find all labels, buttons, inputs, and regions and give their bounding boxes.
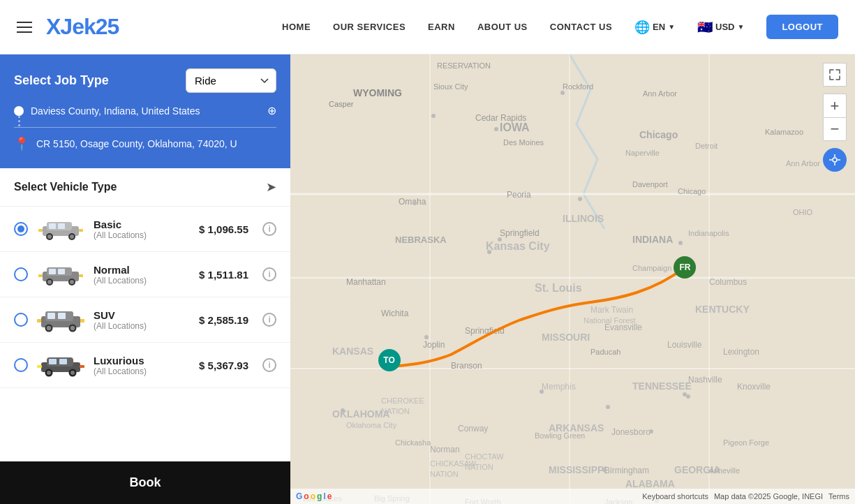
svg-point-124 (498, 237, 502, 242)
vehicle-sub-basic: (All Locations) (94, 230, 191, 240)
svg-text:RESERVATION: RESERVATION (437, 61, 491, 70)
svg-point-27 (70, 326, 75, 330)
svg-text:National Forest: National Forest (583, 316, 636, 325)
vehicle-item-basic[interactable]: Basic (All Locations) $ 1,096.55 i (0, 207, 290, 252)
svg-point-122 (578, 197, 582, 201)
svg-text:Davenport: Davenport (632, 180, 668, 188)
map-container: WYOMING Casper IOWA Cedar Rapids Des Moi… (290, 54, 855, 504)
svg-text:KENTUCKY: KENTUCKY (695, 304, 750, 315)
currency-selector[interactable]: 🇦🇺 USD ▼ (697, 20, 744, 35)
svg-text:NATION: NATION (465, 463, 493, 471)
vehicle-radio-normal[interactable] (14, 267, 28, 281)
map-controls: + − (823, 63, 847, 172)
job-type-select[interactable]: Ride Delivery Package (186, 68, 276, 93)
vehicle-price-normal: $ 1,511.81 (199, 269, 248, 281)
svg-rect-8 (38, 229, 43, 232)
svg-rect-13 (58, 269, 65, 274)
vehicle-radio-luxurious[interactable] (14, 358, 28, 372)
svg-text:Rockford: Rockford (563, 82, 593, 91)
svg-rect-19 (79, 274, 83, 277)
zoom-out-button[interactable]: − (823, 117, 847, 141)
nav-contact-us[interactable]: CONTACT US (550, 22, 612, 32)
vehicle-sub-luxurious: (All Locations) (94, 366, 191, 376)
to-marker-label: TO (383, 355, 394, 365)
locate-button[interactable] (823, 148, 847, 172)
nav-about-us[interactable]: ABOUT US (477, 22, 528, 32)
svg-text:Kalamazoo: Kalamazoo (765, 128, 803, 136)
vehicle-radio-basic[interactable] (14, 222, 28, 236)
svg-text:MISSOURI: MISSOURI (542, 332, 590, 343)
svg-text:Des Moines: Des Moines (503, 138, 544, 147)
language-selector[interactable]: 🌐 EN ▼ (634, 20, 675, 35)
svg-point-5 (47, 235, 52, 239)
svg-text:Oklahoma City: Oklahoma City (346, 421, 397, 429)
svg-point-118 (494, 127, 498, 131)
nav-earn[interactable]: EARN (428, 22, 455, 32)
to-location-input[interactable] (36, 138, 276, 149)
terms-link[interactable]: Terms (828, 492, 849, 501)
google-logo: Google (296, 491, 332, 501)
logout-button[interactable]: LOGOUT (766, 15, 838, 39)
svg-text:Columbus: Columbus (709, 277, 747, 287)
book-button[interactable]: Book (0, 461, 290, 504)
vehicle-image-basic (36, 215, 85, 243)
vehicle-type-header[interactable]: Select Vehicle Type ➤ (0, 168, 290, 207)
svg-point-135 (833, 158, 837, 162)
svg-rect-38 (37, 365, 42, 368)
svg-rect-18 (38, 274, 43, 277)
to-marker: TO (378, 349, 401, 371)
from-marker-label: FR (679, 262, 690, 272)
vehicle-name-luxurious: Luxurious (94, 355, 191, 366)
fullscreen-button[interactable] (823, 63, 847, 87)
svg-rect-32 (49, 359, 57, 364)
vehicle-price-basic: $ 1,096.55 (199, 223, 248, 235)
svg-point-17 (70, 280, 74, 284)
nav-home[interactable]: HOME (282, 22, 311, 32)
svg-text:Jonesboro: Jonesboro (611, 427, 650, 437)
svg-point-131 (649, 429, 653, 433)
svg-text:Ann Arbor: Ann Arbor (786, 159, 820, 168)
vehicle-image-luxurious (36, 351, 85, 379)
svg-rect-28 (37, 319, 41, 323)
vehicle-options: Basic (All Locations) $ 1,096.55 i (0, 207, 290, 388)
svg-text:MISSISSIPPI: MISSISSIPPI (549, 464, 607, 475)
svg-point-117 (431, 114, 436, 118)
vehicle-sub-normal: (All Locations) (94, 276, 191, 286)
svg-text:Chicago: Chicago (678, 187, 706, 195)
keyboard-shortcuts-link[interactable]: Keyboard shortcuts (642, 492, 708, 501)
vehicle-item-luxurious[interactable]: Luxurious (All Locations) $ 5,367.93 i (0, 343, 290, 388)
main-content: Select Job Type Ride Delivery Package ⊕ (0, 54, 855, 504)
locate-me-icon[interactable]: ⊕ (267, 104, 276, 117)
vehicle-info-icon-basic[interactable]: i (262, 222, 276, 236)
currency-label: USD (715, 22, 734, 32)
svg-text:ILLINOIS: ILLINOIS (563, 213, 604, 224)
svg-point-130 (602, 468, 607, 472)
nav-our-services[interactable]: OUR SERVICES (333, 22, 406, 32)
hamburger-menu[interactable] (17, 22, 32, 33)
svg-text:Nashville: Nashville (688, 375, 722, 385)
vehicle-name-normal: Normal (94, 264, 191, 276)
svg-text:Cedar Rapids: Cedar Rapids (475, 113, 526, 123)
svg-point-127 (606, 405, 610, 409)
svg-rect-39 (80, 365, 84, 368)
from-location-input[interactable] (31, 105, 260, 117)
svg-text:Bowling Green: Bowling Green (535, 431, 585, 440)
from-dot-icon (14, 106, 24, 116)
svg-point-25 (47, 326, 51, 330)
vehicle-info-icon-suv[interactable]: i (262, 313, 276, 327)
vehicle-item-suv[interactable]: SUV (All Locations) $ 2,585.19 i (0, 297, 290, 343)
vehicle-info-icon-luxurious[interactable]: i (262, 358, 276, 372)
svg-rect-22 (47, 313, 55, 319)
vehicle-price-luxurious: $ 5,367.93 (199, 360, 248, 371)
vehicle-item-normal[interactable]: Normal (All Locations) $ 1,511.81 i (0, 252, 290, 297)
vehicle-info-icon-normal[interactable]: i (262, 267, 276, 281)
svg-point-121 (487, 250, 491, 254)
svg-text:St. Louis: St. Louis (535, 282, 582, 294)
svg-text:Chicago: Chicago (639, 129, 678, 140)
logo-highlight: 25 (96, 14, 119, 39)
vehicle-info-basic: Basic (All Locations) (94, 218, 191, 240)
vehicle-radio-suv[interactable] (14, 313, 28, 327)
left-panel: Select Job Type Ride Delivery Package ⊕ (0, 54, 290, 504)
zoom-in-button[interactable]: + (823, 94, 847, 117)
logo: XJek25 (46, 14, 119, 40)
